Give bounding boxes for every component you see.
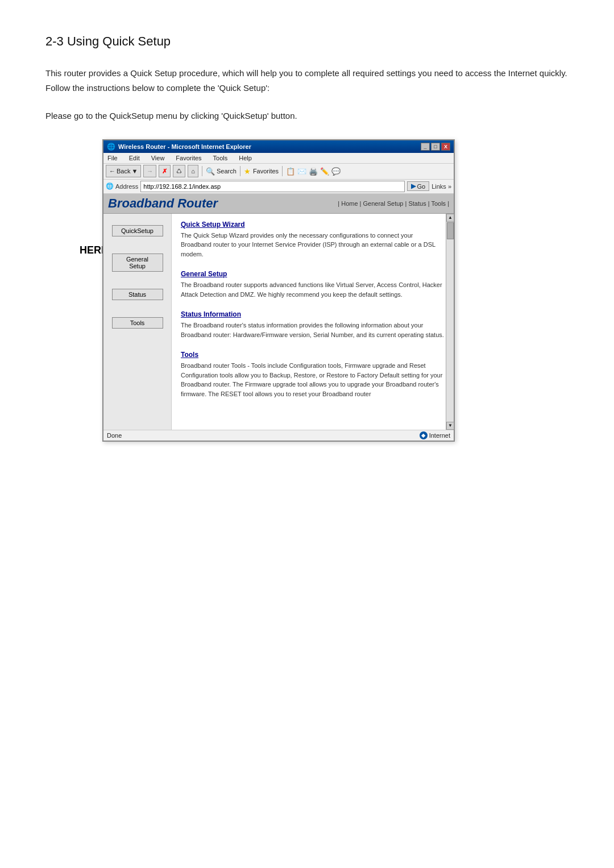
search-button[interactable]: 🔍 Search [206, 167, 237, 176]
back-dropdown-icon: ▼ [131, 168, 138, 175]
generalsetup-desc: The Broadband router supports advanced f… [181, 280, 445, 299]
router-brand-label: Broadband Router [108, 196, 218, 211]
toolbar-separator-3 [282, 166, 283, 176]
status-done-label: Done [107, 432, 122, 439]
browser-window: 🌐 Wireless Router - Microsoft Internet E… [102, 139, 455, 442]
generalsetup-title[interactable]: General Setup [181, 270, 445, 278]
browser-menubar: File Edit View Favorites Tools Help [103, 153, 454, 164]
close-button[interactable]: X [441, 143, 450, 151]
back-button[interactable]: ← Back ▼ [106, 165, 141, 177]
browser-statusbar: Done ◆ Internet [103, 430, 454, 441]
scroll-thumb[interactable] [447, 222, 454, 239]
home-icon: ⌂ [191, 168, 195, 175]
address-icon: 🌐 [106, 182, 114, 190]
router-nav: | Home | General Setup | Status | Tools … [338, 200, 449, 207]
go-arrow-icon: ▶ [411, 182, 416, 190]
browser-controls[interactable]: _ □ X [421, 143, 450, 151]
mail-icon: ✉️ [297, 167, 306, 176]
stop-icon: ✗ [162, 168, 167, 175]
go-button-label: Go [417, 183, 425, 190]
browser-title-text: 🌐 Wireless Router - Microsoft Internet E… [107, 143, 251, 151]
browser-title-label: Wireless Router - Microsoft Internet Exp… [118, 143, 251, 150]
home-button[interactable]: ⌂ [188, 165, 198, 177]
browser-addressbar: 🌐 Address ▶ Go Links » [103, 180, 454, 194]
refresh-button[interactable]: ♺ [173, 165, 185, 177]
quicksetup-desc: The Quick Setup Wizard provides only the… [181, 231, 445, 259]
favorites-button-label[interactable]: Favorites [253, 168, 279, 175]
instruction-text: Please go to the QuickSetup menu by clic… [45, 109, 569, 123]
toolbar-separator-2 [240, 166, 240, 176]
intro-text: This router provides a Quick Setup proce… [45, 66, 569, 95]
quicksetup-sidebar-button[interactable]: QuickSetup [112, 225, 163, 236]
internet-icon: ◆ [420, 431, 428, 439]
browser-toolbar: ← Back ▼ → ✗ ♺ ⌂ 🔍 S [103, 164, 454, 180]
page-content: 2-3 Using Quick Setup This router provid… [0, 0, 614, 464]
go-button[interactable]: ▶ Go [407, 181, 429, 191]
browser-titlebar: 🌐 Wireless Router - Microsoft Internet E… [103, 140, 454, 153]
messenger-icon: 💬 [331, 167, 341, 176]
forward-icon: → [147, 168, 153, 175]
status-internet-label: Internet [429, 432, 450, 439]
toolbar-separator [202, 166, 202, 176]
section-heading: 2-3 Using Quick Setup [45, 34, 569, 49]
menu-item-status: Status Information The Broadband router'… [181, 310, 445, 339]
menu-item-tools: Tools Broadband router Tools - Tools inc… [181, 351, 445, 398]
menu-file[interactable]: File [106, 154, 119, 162]
address-label: 🌐 Address [106, 182, 138, 190]
back-label: Back [117, 168, 130, 175]
tools-sidebar-button[interactable]: Tools [112, 317, 163, 329]
back-icon: ← [109, 168, 115, 175]
status-title[interactable]: Status Information [181, 310, 445, 318]
print-icon: 🖨️ [309, 167, 318, 176]
status-desc: The Broadband router's status informatio… [181, 321, 445, 339]
edit-icon: ✏️ [320, 167, 329, 176]
history-icon: 📋 [286, 167, 295, 176]
generalsetup-sidebar-button[interactable]: General Setup [112, 254, 163, 272]
address-input[interactable] [140, 181, 405, 192]
menu-item-generalsetup: General Setup The Broadband router suppo… [181, 270, 445, 299]
menu-edit[interactable]: Edit [127, 154, 142, 162]
scrollbar[interactable]: ▲ ▼ [446, 214, 454, 430]
menu-item-quicksetup: Quick Setup Wizard The Quick Setup Wizar… [181, 221, 445, 259]
router-header: Broadband Router | Home | General Setup … [103, 194, 454, 214]
router-sidebar: QuickSetup General Setup Status Tools [103, 214, 172, 430]
quicksetup-title[interactable]: Quick Setup Wizard [181, 221, 445, 229]
tools-desc: Broadband router Tools - Tools include C… [181, 361, 445, 398]
router-main: Quick Setup Wizard The Quick Setup Wizar… [172, 214, 454, 430]
forward-button[interactable]: → [143, 165, 156, 177]
status-sidebar-button[interactable]: Status [112, 289, 163, 300]
search-glass-icon: 🔍 [206, 167, 215, 176]
minimize-button[interactable]: _ [421, 143, 430, 151]
scroll-track [446, 240, 454, 422]
stop-button[interactable]: ✗ [159, 165, 171, 177]
menu-help[interactable]: Help [237, 154, 254, 162]
restore-button[interactable]: □ [431, 143, 440, 151]
search-button-label: Search [217, 168, 237, 175]
refresh-icon: ♺ [176, 168, 182, 175]
links-button[interactable]: Links » [432, 183, 451, 190]
menu-tools[interactable]: Tools [211, 154, 230, 162]
scroll-up-button[interactable]: ▲ [446, 214, 454, 222]
favorites-star-icon: ★ [244, 167, 251, 176]
status-internet: ◆ Internet [420, 431, 450, 439]
menu-favorites[interactable]: Favorites [174, 154, 203, 162]
menu-view[interactable]: View [150, 154, 167, 162]
browser-title-icon: 🌐 [107, 143, 115, 151]
tools-title[interactable]: Tools [181, 351, 445, 359]
router-body: QuickSetup General Setup Status Tools Qu… [103, 214, 454, 430]
scroll-down-button[interactable]: ▼ [446, 422, 454, 430]
